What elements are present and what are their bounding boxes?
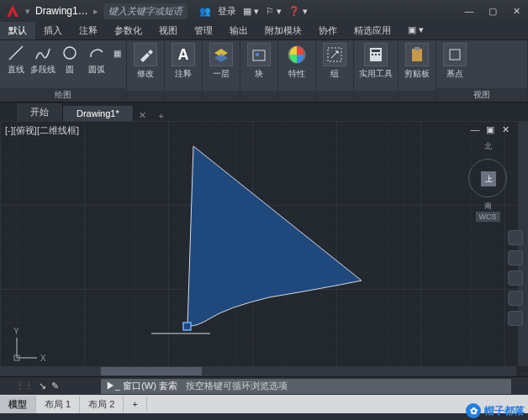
document-tabs: 开始 Drawing1* ✕ + [0,102,528,121]
scrollbar-thumb[interactable] [101,367,202,375]
status-tab-layout2[interactable]: 布局 2 [80,396,124,413]
ribbon-group-annotate: A 注释 [165,40,203,102]
maximize-button[interactable]: ▢ [484,3,501,19]
navcube-north: 北 [462,141,513,152]
viewport-minimize-icon[interactable]: — [469,124,481,136]
tool-properties[interactable]: 特性 [282,43,312,80]
tool-polyline[interactable]: 多段线 [30,43,55,76]
svg-rect-12 [414,47,420,50]
tool-modify[interactable]: 修改 [130,43,161,80]
ribbon-tab-addins[interactable]: 附加模块 [256,22,310,39]
navigation-bar [508,230,523,326]
svg-rect-3 [256,53,259,56]
calculator-icon [364,43,388,66]
signin-icon[interactable]: 👥 [199,6,211,17]
watermark-text: 帽子都落 [484,404,525,418]
command-prefix: ▶_ 窗口(W) 套索 [106,380,177,392]
tool-basepoint[interactable]: 基点 [440,43,470,80]
drawing-canvas[interactable]: [-][俯视][二维线框] — ▣ ✕ X Y [0,121,528,376]
grid-icon: ▦ [107,43,127,63]
viewport-restore-icon[interactable]: ▣ [484,124,496,136]
nav-pan-icon[interactable] [508,250,523,265]
titlebar: ▾ Drawing1… ▸ 键入关键字或短语 👥 登录 ▦ ▾ ⚐ ▾ ❓ ▾ … [0,0,528,22]
modify-icon [134,43,157,66]
ribbon-group-block: 块 [240,40,278,102]
doc-tab-current[interactable]: Drawing1* [63,106,134,121]
doc-tab-plus[interactable]: + [152,111,171,121]
ribbon-group-properties: 特性 [278,40,316,102]
nav-wheel-icon[interactable] [508,230,523,245]
status-bar: 模型 布局 1 布局 2 + [0,395,528,413]
layer-icon [209,43,233,66]
tool-more-draw[interactable]: ▦ [111,43,123,63]
ribbon-group-modify: 修改 [127,40,165,102]
doc-tab-add[interactable]: ✕ [134,110,152,121]
navcube-ring[interactable]: 上 [468,159,507,197]
nav-zoom-icon[interactable] [508,270,523,286]
tool-text[interactable]: A 注释 [168,43,198,80]
canvas-svg: X Y [0,121,528,376]
tool-circle[interactable]: 圆 [57,43,82,76]
doc-tab-start[interactable]: 开始 [17,103,63,121]
svg-rect-8 [372,54,373,55]
ribbon-group-layer: 一层 [203,40,240,102]
login-link[interactable]: 登录 [218,5,236,18]
status-tab-layout1[interactable]: 布局 1 [36,396,80,413]
separator: ▸ [93,6,98,17]
properties-icon [285,43,309,66]
ribbon-group-draw: 直线 多段线 圆 圆弧 ▦ 绘图 [0,40,127,102]
ribbon-tab-default[interactable]: 默认 [0,22,35,39]
navcube[interactable]: 北 上 南 WCS [462,141,513,208]
tool-block[interactable]: 块 [244,43,274,80]
dropdown-icon[interactable]: ▾ [25,6,30,17]
ribbon-tab-view[interactable]: 视图 [150,22,186,39]
svg-rect-7 [372,50,380,52]
ribbon-group-utilities: 实用工具 [354,40,399,102]
arc-icon [87,43,107,63]
minimize-button[interactable]: — [461,3,478,19]
app-store-icon[interactable]: ▦ ▾ [243,6,259,17]
cmd-customize-icon[interactable]: ✎ [51,381,59,391]
tool-utilities[interactable]: 实用工具 [357,43,394,80]
ribbon-group-clipboard: 剪贴板 [399,40,436,102]
svg-rect-11 [412,49,422,61]
svg-point-1 [64,47,76,59]
basepoint-icon [443,43,467,66]
ribbon-tab-annotate[interactable]: 注释 [71,22,106,39]
status-tab-model[interactable]: 模型 [0,396,36,413]
tool-group[interactable]: 组 [319,43,350,80]
navcube-wcs[interactable]: WCS [476,212,500,222]
tool-arc[interactable]: 圆弧 [84,43,109,76]
share-icon[interactable]: ⚐ ▾ [266,6,282,17]
nav-orbit-icon[interactable] [508,291,523,306]
ribbon-tab-collab[interactable]: 协作 [310,22,346,39]
ribbon-tab-output[interactable]: 输出 [221,22,256,39]
command-bar: ⋮⋮ ↘ ✎ ▶_ 窗口(W) 套索 按空格键可循环浏览选项 [0,376,528,395]
cmd-recent-icon[interactable]: ↘ [39,381,46,391]
grip-point[interactable] [183,323,191,330]
ribbon-tab-insert[interactable]: 插入 [35,22,71,39]
svg-rect-13 [450,50,460,60]
app-logo[interactable] [3,2,22,20]
nav-showmotion-icon[interactable] [508,311,523,326]
viewport-close-icon[interactable]: ✕ [499,124,511,136]
status-tab-add[interactable]: + [124,396,146,412]
ribbon-tab-manage[interactable]: 管理 [186,22,221,39]
tool-layer[interactable]: 一层 [206,43,236,80]
polyline-icon [33,43,53,63]
navcube-face[interactable]: 上 [481,171,496,186]
cmd-handle-icon[interactable]: ⋮⋮ [15,381,34,391]
ribbon-tab-featured[interactable]: 精选应用 [346,22,399,39]
help-icon[interactable]: ❓ ▾ [288,6,308,17]
ribbon-tab-expand[interactable]: ▣ ▾ [399,22,432,39]
clipboard-icon [405,43,429,66]
viewport-label[interactable]: [-][俯视][二维线框] [5,124,79,137]
command-input[interactable]: ▶_ 窗口(W) 套索 按空格键可循环浏览选项 [101,379,511,394]
close-button[interactable]: ✕ [508,3,525,19]
svg-rect-9 [375,54,377,55]
search-input[interactable]: 键入关键字或短语 [103,3,187,19]
ribbon-tab-parametric[interactable]: 参数化 [106,22,150,39]
scrollbar-horizontal[interactable] [0,366,516,376]
tool-line[interactable]: 直线 [3,43,29,76]
tool-clipboard[interactable]: 剪贴板 [402,43,432,80]
